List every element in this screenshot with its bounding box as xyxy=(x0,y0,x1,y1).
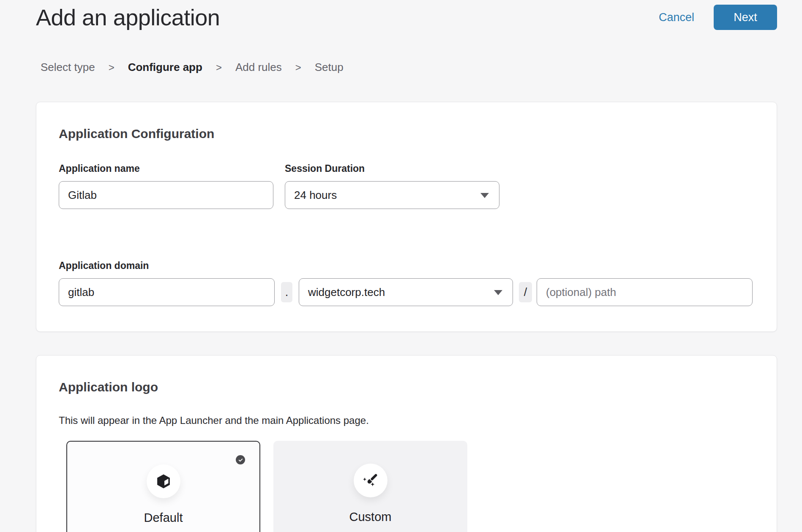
logo-card-description: This will appear in the App Launcher and… xyxy=(59,415,754,426)
header-actions: Cancel Next xyxy=(659,5,777,30)
application-name-label: Application name xyxy=(59,163,273,174)
chevron-down-icon xyxy=(480,193,489,198)
application-domain-row: . widgetcorp.tech / xyxy=(59,278,754,306)
logo-option-custom[interactable]: Custom xyxy=(273,441,467,532)
logo-option-default[interactable]: Default xyxy=(66,441,260,532)
step-select-type[interactable]: Select type xyxy=(41,61,95,74)
paintbrush-icon xyxy=(361,471,380,490)
session-duration-field: Session Duration 24 hours xyxy=(285,163,499,209)
selected-check-icon xyxy=(236,455,245,464)
dot-separator: . xyxy=(281,282,292,302)
logo-options: Default Custom xyxy=(66,441,754,532)
default-logo-circle xyxy=(147,464,180,498)
domain-select-value: widgetcorp.tech xyxy=(308,286,385,299)
session-duration-select[interactable]: 24 hours xyxy=(285,181,499,209)
breadcrumb-separator: > xyxy=(109,62,115,73)
header: Add an application Cancel Next xyxy=(36,0,777,30)
application-name-input[interactable] xyxy=(59,181,273,209)
step-configure-app[interactable]: Configure app xyxy=(128,61,202,74)
path-input[interactable] xyxy=(537,278,753,306)
application-configuration-card: Application Configuration Application na… xyxy=(36,102,777,332)
cube-icon xyxy=(155,473,172,489)
default-option-label: Default xyxy=(67,511,259,525)
application-name-field: Application name xyxy=(59,163,273,209)
custom-option-label: Custom xyxy=(273,510,467,524)
configuration-card-title: Application Configuration xyxy=(59,102,754,141)
next-button[interactable]: Next xyxy=(714,5,777,30)
session-duration-label: Session Duration xyxy=(285,163,499,174)
breadcrumb: Select type > Configure app > Add rules … xyxy=(36,61,777,74)
page: Add an application Cancel Next Select ty… xyxy=(0,0,802,532)
page-title: Add an application xyxy=(36,4,220,30)
breadcrumb-separator: > xyxy=(295,62,301,73)
application-logo-card: Application logo This will appear in the… xyxy=(36,355,777,532)
step-setup[interactable]: Setup xyxy=(315,61,344,74)
cancel-button[interactable]: Cancel xyxy=(659,11,694,24)
subdomain-input[interactable] xyxy=(59,278,275,306)
logo-card-title: Application logo xyxy=(59,356,754,394)
domain-select[interactable]: widgetcorp.tech xyxy=(299,278,513,306)
application-domain-label: Application domain xyxy=(59,260,754,271)
slash-separator: / xyxy=(519,282,532,302)
breadcrumb-separator: > xyxy=(216,62,222,73)
chevron-down-icon xyxy=(494,290,502,295)
custom-logo-circle xyxy=(354,464,387,497)
step-add-rules[interactable]: Add rules xyxy=(235,61,282,74)
name-session-row: Application name Session Duration 24 hou… xyxy=(59,163,754,209)
session-duration-value: 24 hours xyxy=(294,189,337,202)
